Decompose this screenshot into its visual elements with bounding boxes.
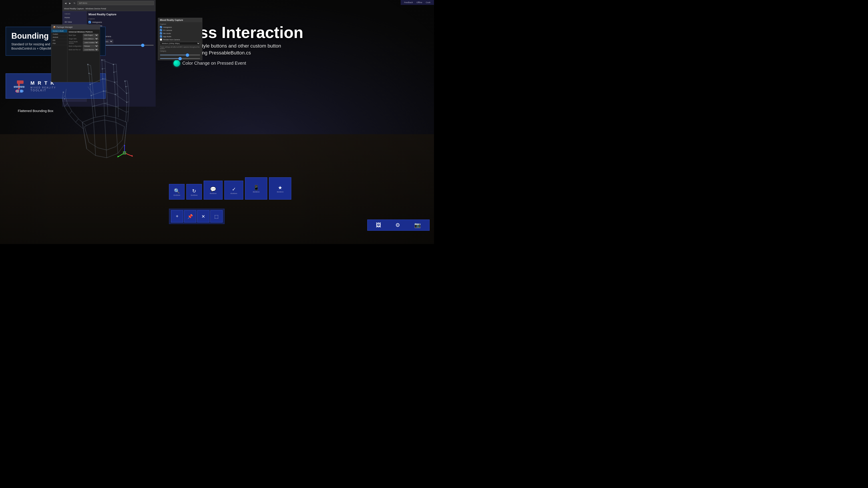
browser-url-input[interactable] xyxy=(78,1,154,5)
add-icon: + xyxy=(176,214,179,219)
mrc-mic-checkbox[interactable] xyxy=(160,32,162,34)
mrc-render-checkbox[interactable] xyxy=(160,38,162,41)
pm-detail-title: Universal Windows Platform xyxy=(69,31,98,33)
header-bar: Feedback Offline Cook xyxy=(401,0,434,5)
holo-btn-star-48[interactable]: ★ 48x48mm xyxy=(269,177,291,200)
mrc-hologram-row: Holograms xyxy=(158,26,202,29)
browser-forward-button[interactable]: ▶ xyxy=(68,2,71,5)
dp-home-item[interactable]: Home xyxy=(62,15,87,20)
check-icon: ✓ xyxy=(232,187,236,192)
axes-svg xyxy=(116,144,133,162)
pm-android-item[interactable]: Android xyxy=(51,36,67,39)
mrc-floating-panel: Mixed Reality Capture Capture Holograms … xyxy=(158,18,202,60)
pm-ios-item[interactable]: iOS xyxy=(51,39,67,42)
pm-vs-version-row: Visual Studio Version Latest installed xyxy=(69,41,98,44)
mrc-category-label: Category xyxy=(158,50,202,52)
mrc-pv-checkbox[interactable] xyxy=(160,29,162,31)
mrc-app-audio-checkbox[interactable] xyxy=(160,35,162,38)
settings-icon: ⚙ xyxy=(395,222,400,228)
mrc-opacity-slider[interactable] xyxy=(160,55,200,55)
toolbar-window-button[interactable]: ⬚ xyxy=(210,210,222,222)
dp-views-section: Views xyxy=(62,12,87,15)
holo-btn-phone-48[interactable]: 📱 48x48mm xyxy=(245,177,267,200)
svg-point-17 xyxy=(20,90,23,92)
pm-ps4-item[interactable]: PS4 xyxy=(51,42,67,45)
tab-label: Mixed Reality Capture - Windows Device P… xyxy=(64,7,106,10)
mrc-capture-section: Capture xyxy=(158,22,202,26)
mrc-pv-row: PV camera xyxy=(158,29,202,32)
toolbar-close-button[interactable]: ✕ xyxy=(197,210,210,222)
mrc-resolution-area: Medium (1904p 30fps) xyxy=(158,41,202,46)
search-icon: 🔍 xyxy=(174,188,180,194)
pm-vs-version-select[interactable]: Latest installed xyxy=(83,41,98,44)
press-interaction-area: Press Interaction HoloLens 2 style butto… xyxy=(174,25,434,67)
pm-sdk-select[interactable]: 10.0.19041.0 xyxy=(83,37,98,40)
browser-tab[interactable]: Mixed Reality Capture - Windows Device P… xyxy=(62,6,156,11)
dp-mrc-title: Mixed Reality Capture xyxy=(89,13,154,16)
btn-40-check-label: 40x40mm xyxy=(230,193,237,194)
phone-icon: 📱 xyxy=(253,185,259,191)
chat-icon: 💬 xyxy=(210,187,216,192)
mrtk-logo-icon xyxy=(11,78,27,94)
btn-32-refresh-label: 32x32mm xyxy=(191,194,198,196)
dp-opacity-slider[interactable] xyxy=(104,45,154,45)
window-icon: ⬚ xyxy=(214,214,219,219)
flattened-bounding-box-label: Flattened Bounding Box xyxy=(18,109,53,113)
pm-build-run-row: Build and Run on Local Machine xyxy=(69,48,98,51)
pm-build-type-row: Build Type D3D Project xyxy=(69,34,98,37)
mrtk-full-name-line2: TOOLKIT xyxy=(30,89,56,92)
holo-btn-check-40[interactable]: ✓ 40x40mm xyxy=(224,181,243,200)
dp-hologram-checkbox[interactable] xyxy=(89,21,91,23)
dp-3dview-item[interactable]: 3D View xyxy=(62,20,87,24)
svg-rect-15 xyxy=(19,91,20,92)
holo-btn-chat-40[interactable]: 💬 40x40mm xyxy=(204,181,222,200)
browser-refresh-button[interactable]: ↻ xyxy=(73,2,76,5)
toolbar-add-button[interactable]: + xyxy=(171,210,183,222)
right-bottom-panel: 🖼 ⚙ 📷 xyxy=(367,220,430,231)
pm-custom-item[interactable]: Custom xyxy=(51,33,67,36)
refresh-icon: ↻ xyxy=(192,188,196,194)
mrc-slider-1 xyxy=(158,53,202,57)
btn-40-chat-label: 40x40mm xyxy=(210,193,217,194)
pm-content-area: Scenes In Build Custom Android iOS PS4 U… xyxy=(51,30,100,82)
holo-btn-refresh-32[interactable]: ↻ 32x32mm xyxy=(186,184,202,200)
teal-ball-icon xyxy=(174,60,180,67)
toolbar-pin-button[interactable]: 📌 xyxy=(184,210,196,222)
svg-marker-81 xyxy=(131,155,133,157)
mrtk-full-name-line1: MIXED REALITY xyxy=(30,87,56,89)
coordinate-axes xyxy=(116,144,133,162)
pm-build-type-select[interactable]: D3D Project xyxy=(83,34,98,37)
mrc-app-audio-row: App Audio xyxy=(158,35,202,38)
camera-icon: 📷 xyxy=(414,222,421,228)
holo-btn-search-32[interactable]: 🔍 32x32mm xyxy=(169,184,185,200)
color-change-label: Color Change on Pressed Event xyxy=(182,61,246,66)
mrc-settings-note: These settings will affect all MRC captu… xyxy=(158,46,202,50)
cook-indicator: Cook xyxy=(426,1,430,4)
holo-button-grid: 🔍 32x32mm ↻ 32x32mm 💬 40x40mm ✓ 40x40mm … xyxy=(169,177,291,200)
svg-marker-79 xyxy=(124,144,125,146)
pm-title-bar: 📦 Package Manager xyxy=(51,25,100,30)
pm-build-config-row: Build configuration Release xyxy=(69,45,98,47)
color-change-row: Color Change on Pressed Event xyxy=(174,60,434,67)
star-icon: ★ xyxy=(278,185,282,191)
close-icon: ✕ xyxy=(202,214,205,219)
mrc-resolution-select[interactable]: Medium (1904p 30fps) xyxy=(160,42,200,45)
svg-rect-1 xyxy=(17,80,24,84)
pin-icon: 📌 xyxy=(187,214,193,219)
feedback-link[interactable]: Feedback xyxy=(404,1,413,4)
btn-32-search-label: 32x32mm xyxy=(174,194,180,196)
browser-back-button[interactable]: ◀ xyxy=(64,2,67,5)
dp-hologram-row: Holograms xyxy=(89,21,154,23)
pm-scenes-in-build-item[interactable]: Scenes In Build xyxy=(51,30,67,33)
svg-rect-84 xyxy=(123,152,126,154)
mrc-render-row: Render from Camera xyxy=(158,38,202,41)
mrc-panel-title: Mixed Reality Capture xyxy=(158,18,202,22)
rbp-top-row: 🖼 ⚙ 📷 xyxy=(370,222,427,228)
mrc-mic-row: Mic Audio xyxy=(158,32,202,35)
browser-bar: ◀ ▶ ↻ xyxy=(62,0,156,6)
pm-build-run-select[interactable]: Local Machine xyxy=(83,48,98,51)
bottom-toolbar: + 📌 ✕ ⬚ xyxy=(169,209,224,224)
mrc-hologram-checkbox[interactable] xyxy=(160,26,162,28)
mrc-hologram-slider[interactable] xyxy=(160,58,200,59)
pm-build-config-select[interactable]: Release xyxy=(83,45,98,47)
